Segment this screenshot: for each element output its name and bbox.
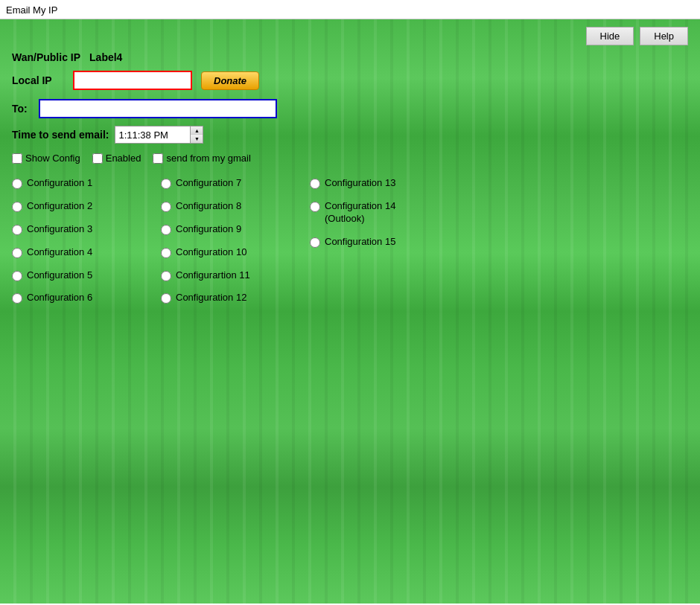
config-radio-col2-3[interactable]: [161, 248, 171, 258]
time-up-button[interactable]: ▲: [191, 127, 203, 135]
config-label[interactable]: Configuration 4: [27, 246, 92, 259]
list-item: Configuration 10: [161, 246, 310, 259]
config-radio-col3-0[interactable]: [310, 179, 320, 189]
config-radio-col2-1[interactable]: [161, 202, 171, 212]
time-down-button[interactable]: ▼: [191, 135, 203, 143]
show-config-label[interactable]: Show Config: [25, 153, 80, 164]
config-label[interactable]: Configuration 10: [176, 246, 246, 259]
time-label: Time to send email:: [12, 129, 109, 141]
app-title: Email My IP: [6, 4, 57, 16]
config-radio-col2-4[interactable]: [161, 271, 171, 281]
config-label[interactable]: Configuration 13: [325, 177, 395, 190]
list-item: Configuration 5: [12, 269, 161, 282]
config-radio-col3-1[interactable]: [310, 202, 320, 212]
hide-button[interactable]: Hide: [586, 27, 634, 45]
config-radio-col2-5[interactable]: [161, 293, 171, 304]
enabled-label[interactable]: Enabled: [106, 153, 141, 164]
wan-label: Wan/Public IP: [12, 51, 80, 63]
configurations-grid: Configuration 1Configuration 2Configurat…: [12, 177, 688, 304]
list-item: Configuration 8: [161, 200, 310, 213]
help-button[interactable]: Help: [640, 27, 688, 45]
list-item: Configurartion 11: [161, 269, 310, 282]
config-label[interactable]: Configuration 8: [176, 200, 241, 213]
config-radio-col3-2[interactable]: [310, 237, 320, 248]
config-label[interactable]: Configuration 7: [176, 177, 241, 190]
list-item: Configuration 4: [12, 246, 161, 259]
time-input[interactable]: 1:11:38 PM: [115, 127, 190, 143]
list-item: Configuration 3: [12, 223, 161, 236]
config-label[interactable]: Configuration 5: [27, 269, 92, 282]
config-label[interactable]: Configuration 3: [27, 223, 92, 236]
config-col-3: Configuration 13Configuration 14 (Outloo…: [310, 177, 474, 304]
config-label[interactable]: Configuration 2: [27, 200, 92, 213]
config-col-1: Configuration 1Configuration 2Configurat…: [12, 177, 161, 304]
donate-button[interactable]: Donate: [201, 71, 259, 90]
config-label[interactable]: Configuration 14 (Outlook): [325, 200, 395, 225]
config-label[interactable]: Configuration 12: [176, 292, 246, 304]
config-radio-col2-2[interactable]: [161, 225, 171, 235]
time-picker: 1:11:38 PM ▲ ▼: [115, 126, 203, 144]
send-gmail-label[interactable]: send from my gmail: [166, 153, 250, 164]
config-col-2: Configuration 7Configuration 8Configurat…: [161, 177, 310, 304]
config-radio-col1-0[interactable]: [12, 179, 22, 189]
list-item: Configuration 12: [161, 292, 310, 304]
list-item: Configuration 9: [161, 223, 310, 236]
config-radio-col2-0[interactable]: [161, 179, 171, 189]
config-radio-col1-2[interactable]: [12, 225, 22, 235]
config-label[interactable]: Configuration 15: [325, 236, 395, 249]
list-item: Configuration 1: [12, 177, 161, 190]
list-item: Configuration 6: [12, 292, 161, 304]
config-radio-col1-1[interactable]: [12, 202, 22, 212]
to-input[interactable]: [39, 99, 277, 118]
enabled-checkbox[interactable]: [92, 153, 103, 164]
list-item: Configuration 15: [310, 236, 474, 249]
config-radio-col1-4[interactable]: [12, 271, 22, 281]
config-label[interactable]: Configurartion 11: [176, 269, 250, 282]
local-ip-label: Local IP: [12, 74, 64, 86]
to-label: To:: [12, 103, 33, 115]
config-label[interactable]: Configuration 6: [27, 292, 92, 304]
time-spinner: ▲ ▼: [190, 127, 203, 143]
local-ip-input[interactable]: [73, 71, 192, 90]
send-gmail-checkbox[interactable]: [153, 153, 163, 164]
list-item: Configuration 2: [12, 200, 161, 213]
wan-value: Label4: [89, 51, 122, 63]
config-radio-col1-5[interactable]: [12, 293, 22, 304]
list-item: Configuration 7: [161, 177, 310, 190]
show-config-checkbox[interactable]: [12, 153, 22, 164]
config-label[interactable]: Configuration 9: [176, 223, 241, 236]
config-radio-col1-3[interactable]: [12, 248, 22, 258]
list-item: Configuration 14 (Outlook): [310, 200, 474, 225]
list-item: Configuration 13: [310, 177, 474, 190]
config-label[interactable]: Configuration 1: [27, 177, 92, 190]
